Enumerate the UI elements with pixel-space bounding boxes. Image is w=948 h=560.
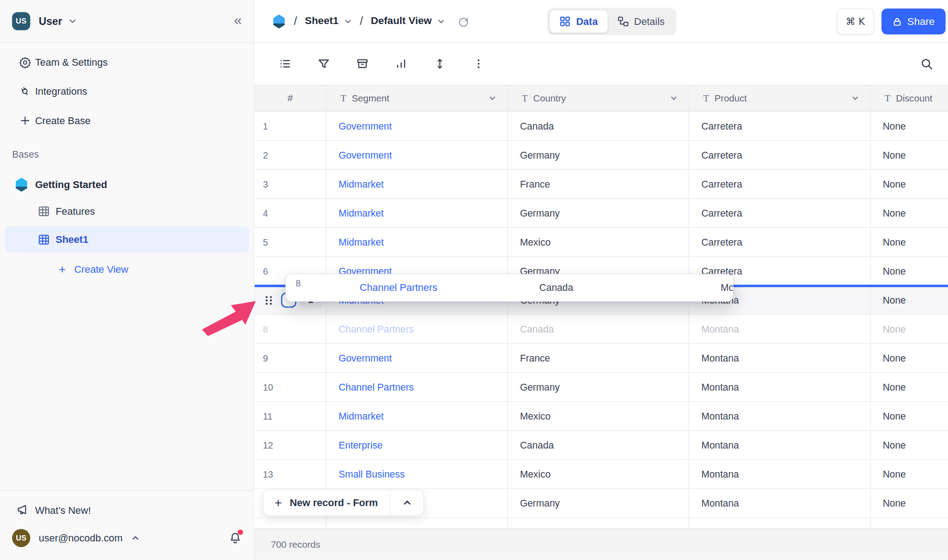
- cell-discount[interactable]: None: [871, 315, 948, 343]
- sidebar-table-features[interactable]: Features: [0, 198, 254, 224]
- cell-discount[interactable]: None: [871, 489, 948, 517]
- cell-num[interactable]: 13: [255, 460, 327, 488]
- table-row[interactable]: 11MidmarketMexicoMontanaNone: [255, 402, 948, 431]
- cell-num[interactable]: 5: [255, 228, 327, 256]
- cell-segment[interactable]: Midmarket: [326, 402, 508, 430]
- cell-num[interactable]: 11: [255, 402, 327, 430]
- breadcrumb-view[interactable]: Default View: [371, 15, 445, 27]
- cell-discount[interactable]: None: [871, 228, 948, 256]
- chevron-down-icon[interactable]: [851, 94, 859, 102]
- cell-segment[interactable]: Midmarket: [326, 170, 508, 198]
- cell-segment[interactable]: Enterprise: [326, 431, 508, 459]
- segment-link[interactable]: Channel Partners: [339, 382, 414, 393]
- filter-icon[interactable]: [317, 58, 330, 70]
- search-icon[interactable]: [920, 58, 933, 71]
- chevron-down-icon[interactable]: [489, 94, 496, 102]
- cell-product[interactable]: Carretera: [689, 199, 871, 227]
- cell-country[interactable]: France: [508, 170, 689, 198]
- cell-num[interactable]: 1: [255, 112, 327, 140]
- cell-country[interactable]: Canada: [508, 431, 689, 459]
- cell-segment[interactable]: Midmarket: [326, 199, 508, 227]
- cell-segment[interactable]: Channel Partners: [326, 315, 508, 343]
- row-height-icon[interactable]: [434, 58, 446, 70]
- cell-country[interactable]: Germany: [508, 489, 689, 517]
- cell-product[interactable]: Carretera: [689, 141, 871, 169]
- tab-data[interactable]: Data: [550, 10, 608, 33]
- sort-icon[interactable]: [395, 58, 407, 70]
- cell-discount[interactable]: None: [871, 402, 948, 430]
- column-header-country[interactable]: TCountry: [508, 85, 689, 111]
- cell-discount[interactable]: None: [871, 373, 948, 401]
- sidebar-item-integrations[interactable]: Integrations: [0, 77, 254, 106]
- cell-num[interactable]: 9: [255, 344, 327, 372]
- cell-segment[interactable]: Channel Partners: [326, 373, 508, 401]
- cell-country[interactable]: Canada: [508, 112, 689, 140]
- cell-num[interactable]: 2: [255, 141, 327, 169]
- new-record-main[interactable]: + New record - Form: [264, 490, 390, 515]
- cell-discount[interactable]: None: [871, 170, 948, 198]
- hexagon-base-icon[interactable]: [272, 14, 286, 29]
- cell-discount[interactable]: [871, 518, 948, 528]
- sidebar-base-getting-started[interactable]: Getting Started: [0, 171, 254, 198]
- cell-product[interactable]: Montana: [689, 373, 871, 401]
- cell-discount[interactable]: None: [871, 344, 948, 372]
- cell-discount[interactable]: None: [871, 112, 948, 140]
- cell-num[interactable]: 8: [255, 315, 327, 343]
- column-header-num[interactable]: #: [255, 85, 327, 111]
- segment-link[interactable]: Government: [339, 121, 392, 131]
- cell-segment[interactable]: Government: [326, 344, 508, 372]
- column-header-product[interactable]: TProduct: [689, 85, 871, 111]
- table-row[interactable]: 9GovernmentFranceMontanaNone: [255, 344, 948, 373]
- cell-product[interactable]: Montana: [689, 315, 871, 343]
- cell-segment[interactable]: [326, 518, 508, 528]
- cell-num[interactable]: 10: [255, 373, 327, 401]
- create-view-button[interactable]: + Create View: [0, 256, 254, 282]
- cell-discount[interactable]: None: [871, 286, 948, 314]
- segment-link[interactable]: Government: [339, 150, 392, 160]
- cell-product[interactable]: Carretera: [689, 228, 871, 256]
- cell-country[interactable]: France: [508, 344, 689, 372]
- whats-new-button[interactable]: What’s New!: [0, 497, 254, 524]
- cell-discount[interactable]: None: [871, 199, 948, 227]
- cell-num[interactable]: 12: [255, 431, 327, 459]
- cell-segment[interactable]: Government: [326, 112, 508, 140]
- table-row[interactable]: 12EnterpriseCanadaMontanaNone: [255, 431, 948, 460]
- fields-icon[interactable]: [279, 58, 291, 70]
- dragged-row-card[interactable]: 8 Channel Partners Canada Montana: [285, 274, 734, 301]
- cell-product[interactable]: [689, 518, 871, 528]
- segment-link[interactable]: Government: [339, 352, 392, 363]
- table-row[interactable]: 2GovernmentGermanyCarreteraNone: [255, 141, 948, 170]
- segment-link[interactable]: Small Business: [339, 469, 405, 480]
- share-button[interactable]: Share: [881, 9, 946, 34]
- more-options-icon[interactable]: [472, 58, 485, 70]
- cell-country[interactable]: Mexico: [508, 460, 689, 488]
- cell-country[interactable]: [508, 518, 689, 528]
- table-row[interactable]: [255, 518, 948, 528]
- cell-num[interactable]: 4: [255, 199, 327, 227]
- group-by-icon[interactable]: [356, 58, 369, 70]
- cell-num[interactable]: 3: [255, 170, 327, 198]
- segment-link[interactable]: Channel Partners: [339, 323, 414, 334]
- table-row[interactable]: 4MidmarketGermanyCarreteraNone: [255, 199, 948, 228]
- account-menu[interactable]: US user@nocodb.com: [0, 523, 254, 552]
- cell-product[interactable]: Montana: [689, 402, 871, 430]
- table-row[interactable]: 8Channel PartnersCanadaMontanaNone: [255, 315, 948, 344]
- refresh-icon[interactable]: [458, 15, 469, 27]
- workspace-header[interactable]: US User «: [0, 0, 254, 43]
- cell-country[interactable]: Germany: [508, 141, 689, 169]
- cell-country[interactable]: Germany: [508, 373, 689, 401]
- cell-num[interactable]: [255, 518, 327, 528]
- notifications-bell-icon[interactable]: [228, 531, 242, 545]
- segment-link[interactable]: Midmarket: [339, 411, 384, 422]
- cell-segment[interactable]: Small Business: [326, 460, 508, 488]
- cell-product[interactable]: Montana: [689, 344, 871, 372]
- command-k-button[interactable]: ⌘ K: [837, 9, 874, 34]
- segment-link[interactable]: Midmarket: [339, 208, 384, 218]
- column-header-discount[interactable]: TDiscount: [871, 85, 948, 111]
- collapse-sidebar-icon[interactable]: «: [234, 13, 242, 29]
- tab-details[interactable]: Details: [608, 10, 674, 33]
- sidebar-table-sheet1[interactable]: Sheet1: [5, 226, 249, 253]
- cell-country[interactable]: Mexico: [508, 402, 689, 430]
- segment-link[interactable]: Enterprise: [339, 440, 382, 451]
- cell-product[interactable]: Carretera: [689, 112, 871, 140]
